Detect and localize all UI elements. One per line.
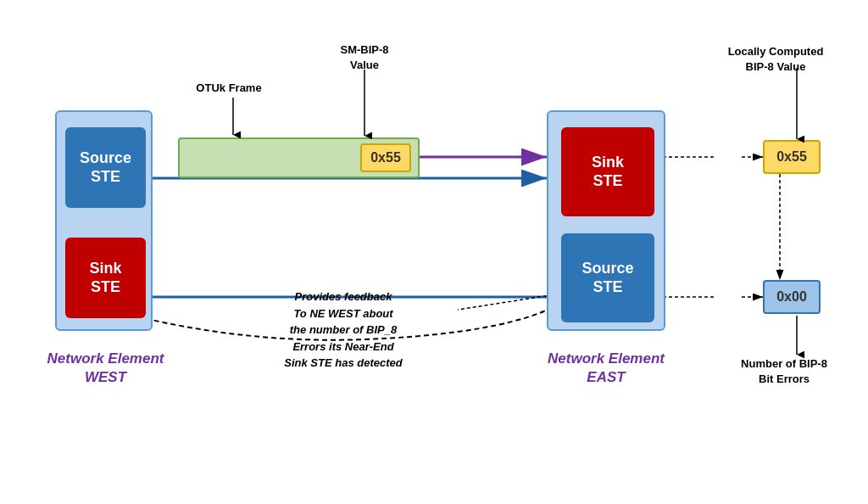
- otuk-frame: 0x55: [178, 137, 420, 178]
- diagram: SourceSTE SinkSTE SinkSTE SourceSTE 0x55…: [0, 0, 868, 504]
- ne-west-container: SourceSTE SinkSTE: [55, 110, 153, 331]
- source-ste-east-label: SourceSTE: [581, 260, 633, 296]
- sink-ste-east: SinkSTE: [561, 127, 654, 216]
- val-0x00-right: 0x00: [763, 280, 821, 314]
- feedback-label: Provides feedback To NE WEST about the n…: [250, 288, 437, 372]
- sm-bip8-label: SM-BIP-8 Value: [322, 42, 407, 73]
- ne-east-container: SinkSTE SourceSTE: [547, 110, 665, 331]
- sink-ste-east-label: SinkSTE: [592, 154, 624, 190]
- ne-east-label: Network Element EAST: [534, 350, 678, 387]
- source-ste-west-label: SourceSTE: [80, 149, 131, 186]
- val-0x55-right: 0x55: [763, 140, 821, 174]
- sink-ste-west: SinkSTE: [65, 238, 146, 318]
- source-ste-east: SourceSTE: [561, 233, 654, 322]
- val-0x55-otuk: 0x55: [360, 143, 411, 172]
- source-ste-west: SourceSTE: [65, 127, 146, 208]
- locally-computed-label: Locally Computed BIP-8 Value: [712, 44, 839, 75]
- ne-west-label: Network Element WEST: [44, 350, 167, 387]
- sink-ste-west-label: SinkSTE: [89, 260, 121, 296]
- otuk-frame-label: OTUk Frame: [182, 81, 275, 96]
- bip8-errors-label: Number of BIP-8 Bit Errors: [725, 356, 843, 387]
